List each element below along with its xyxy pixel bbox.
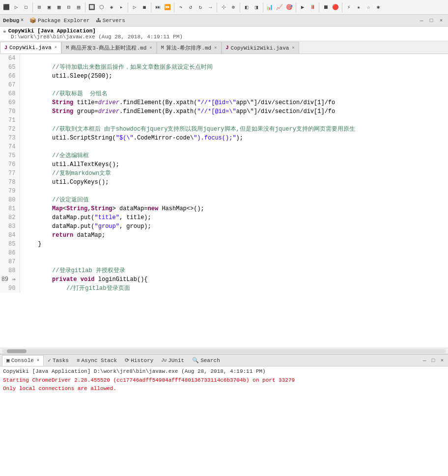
toolbar-icon-10[interactable]: ⬡ bbox=[97, 3, 106, 12]
toolbar-icon-20[interactable]: → bbox=[206, 3, 215, 12]
toolbar-icon-25[interactable]: 📊 bbox=[265, 3, 274, 12]
line-number: 84 bbox=[0, 231, 20, 240]
servers-perspective[interactable]: 🖧 Servers bbox=[96, 17, 125, 24]
toolbar-icon-28[interactable]: ▶ bbox=[298, 3, 307, 12]
debug-perspective[interactable]: Debug × bbox=[3, 18, 24, 24]
toolbar-icon-23[interactable]: ◧ bbox=[242, 3, 251, 12]
code-line-content bbox=[20, 257, 448, 266]
line-number: 77 bbox=[0, 169, 20, 178]
async-stack-label: Async Stack bbox=[82, 358, 117, 364]
toolbar-icon-8[interactable]: ▤ bbox=[74, 3, 83, 12]
line-number: 79 bbox=[0, 187, 20, 196]
toolbar-sep-7 bbox=[240, 2, 240, 12]
toolbar-icon-32[interactable]: ⚡ bbox=[344, 3, 353, 12]
toolbar-icon-16[interactable]: ⏩ bbox=[163, 3, 172, 12]
toolbar-icon-27[interactable]: 🎯 bbox=[285, 3, 294, 12]
tab-close-1[interactable]: × bbox=[149, 46, 152, 51]
tab-icon-0: J bbox=[4, 45, 7, 51]
tab-label-0: CopyWiki.java bbox=[9, 45, 52, 51]
line-number: 74 bbox=[0, 142, 20, 151]
async-stack-icon: ≡ bbox=[77, 358, 80, 364]
code-line-content bbox=[20, 54, 448, 63]
toolbar-icon-22[interactable]: ⊕ bbox=[229, 3, 238, 12]
toolbar-icon-2[interactable]: ▷ bbox=[12, 3, 21, 12]
bottom-panel: ▣ Console × ✓ Tasks ≡ Async Stack ⟳ Hist… bbox=[0, 354, 448, 476]
line-number: 69 bbox=[0, 98, 20, 107]
tab-history[interactable]: ⟳ History bbox=[121, 355, 157, 366]
code-line-content bbox=[20, 187, 448, 196]
toolbar-icon-17[interactable]: ↷ bbox=[176, 3, 185, 12]
scrollbar-track[interactable] bbox=[2, 349, 446, 353]
toolbar-icon-3[interactable]: ◻ bbox=[22, 3, 30, 12]
bottom-minimize-icon[interactable]: — bbox=[420, 357, 428, 364]
tab-async-stack[interactable]: ≡ Async Stack bbox=[73, 355, 121, 366]
line-number: 83 bbox=[0, 222, 20, 231]
console-line: Only local connections are allowed. bbox=[3, 385, 445, 393]
tab-copywiki2wiki[interactable]: J CopyWiki2Wiki.java × bbox=[222, 42, 299, 54]
debug-close-icon[interactable]: × bbox=[21, 18, 24, 23]
toolbar-icon-29[interactable]: ⏸ bbox=[308, 3, 317, 12]
table-row: 83 dataMap.put("group", group); bbox=[0, 222, 448, 231]
toolbar-icon-34[interactable]: ☆ bbox=[364, 3, 373, 12]
toolbar-icon-9[interactable]: 🔲 bbox=[87, 3, 96, 12]
toolbar-icon-19[interactable]: ↻ bbox=[196, 3, 205, 12]
line-number: 71 bbox=[0, 116, 20, 125]
toolbar-icon-26[interactable]: 📈 bbox=[275, 3, 284, 12]
tab-close-2[interactable]: × bbox=[214, 46, 217, 51]
perspective-maximize-icon[interactable]: □ bbox=[427, 17, 435, 25]
tab-close-3[interactable]: × bbox=[292, 46, 294, 51]
line-number: 67 bbox=[0, 81, 20, 89]
toolbar-icon-7[interactable]: ⊟ bbox=[64, 3, 73, 12]
table-row: 71 bbox=[0, 116, 448, 125]
toolbar-icon-1[interactable]: ⬛ bbox=[2, 3, 11, 12]
console-close[interactable]: × bbox=[37, 358, 39, 363]
toolbar-icon-15[interactable]: ⏭ bbox=[153, 3, 162, 12]
toolbar-icon-30[interactable]: ⏹ bbox=[321, 3, 330, 12]
line-number: 78 bbox=[0, 178, 20, 187]
toolbar-icon-33[interactable]: ★ bbox=[354, 3, 363, 12]
code-editor[interactable]: 6465 //等待加载出来数据后操作，如果文章数据多就设定长点时间66 util… bbox=[0, 54, 448, 354]
toolbar-icon-14[interactable]: ◼ bbox=[140, 3, 149, 12]
toolbar-icon-21[interactable]: ⊹ bbox=[219, 3, 228, 12]
package-explorer-perspective[interactable]: 📦 Package Explorer bbox=[29, 17, 90, 24]
code-line-content bbox=[20, 142, 448, 151]
editor-horizontal-scrollbar[interactable] bbox=[0, 348, 448, 354]
tab-junit[interactable]: Ju JUnit bbox=[157, 355, 188, 366]
toolbar-icon-24[interactable]: ◨ bbox=[252, 3, 261, 12]
table-row: 68 //获取标题 分组名 bbox=[0, 89, 448, 98]
line-number: 66 bbox=[0, 72, 20, 81]
table-row: 72 //获取到文本框后 由于showdoc有jquery支持所以我用jquer… bbox=[0, 125, 448, 134]
toolbar-icon-4[interactable]: ⊞ bbox=[35, 3, 44, 12]
toolbar-icon-12[interactable]: ▸ bbox=[117, 3, 126, 12]
toolbar-icon-11[interactable]: ◈ bbox=[107, 3, 116, 12]
tab-suanfa[interactable]: M 算法-希尔排序.md × bbox=[157, 42, 222, 54]
toolbar-icon-6[interactable]: ▦ bbox=[55, 3, 63, 12]
tab-close-0[interactable]: × bbox=[55, 45, 57, 50]
toolbar-icon-5[interactable]: ▣ bbox=[45, 3, 54, 12]
tab-copywiki-java[interactable]: J CopyWiki.java × bbox=[0, 42, 61, 54]
toolbar-icon-18[interactable]: ↺ bbox=[186, 3, 195, 12]
perspective-minimize-icon[interactable]: — bbox=[418, 17, 425, 25]
console-header: CopyWiki [Java Application] D:\work\jre8… bbox=[3, 368, 445, 374]
toolbar-icon-31[interactable]: 🔴 bbox=[331, 3, 340, 12]
tab-console[interactable]: ▣ Console × bbox=[2, 355, 44, 366]
line-number: 80 bbox=[0, 196, 20, 204]
bottom-maximize-icon[interactable]: □ bbox=[429, 357, 437, 364]
table-row: 66 util.Sleep(2500); bbox=[0, 72, 448, 81]
line-number: 76 bbox=[0, 160, 20, 169]
table-row: 87 bbox=[0, 257, 448, 266]
table-row: 79 bbox=[0, 187, 448, 196]
scrollbar-thumb[interactable] bbox=[7, 349, 27, 353]
package-explorer-icon: 📦 bbox=[29, 17, 36, 24]
bottom-close-icon[interactable]: × bbox=[438, 357, 446, 364]
tab-shangpin[interactable]: M 商品开发3-商品上新时流程.md × bbox=[61, 42, 156, 54]
perspective-close-icon[interactable]: × bbox=[437, 17, 445, 25]
tab-search[interactable]: 🔍 Search bbox=[188, 355, 224, 366]
tab-tasks[interactable]: ✓ Tasks bbox=[44, 355, 73, 366]
line-number: 75 bbox=[0, 151, 20, 160]
toolbar-icon-13[interactable]: ▷ bbox=[130, 3, 139, 12]
toolbar-icon-35[interactable]: ✱ bbox=[374, 3, 383, 12]
bottom-panel-actions: — □ × bbox=[420, 357, 446, 364]
code-line-content bbox=[20, 81, 448, 89]
tab-label-3: CopyWiki2Wiki.java bbox=[231, 45, 289, 51]
